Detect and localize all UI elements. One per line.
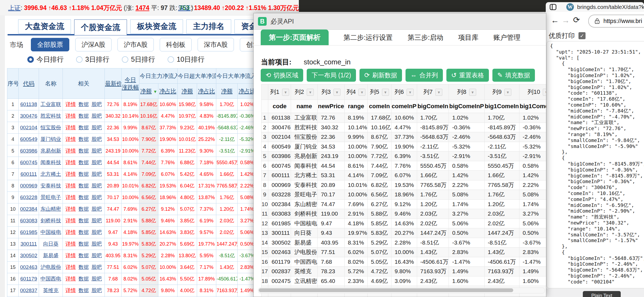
refresh-icon[interactable]: ⟳ [573, 15, 580, 25]
stock-code-link[interactable]: 300476 [20, 113, 37, 119]
stock-name-link[interactable]: 兆易创新 [41, 148, 61, 154]
related-link-数据[interactable]: 数据 [79, 218, 89, 223]
related-link-详情[interactable]: 详情 [66, 194, 76, 200]
related-link-股吧[interactable]: 股吧 [91, 171, 102, 177]
stock-code-link[interactable]: 601985 [20, 229, 37, 235]
stock-name-link[interactable]: 沪电股份 [41, 264, 61, 270]
api-col-5[interactable]: 列5▼ [368, 84, 391, 100]
action-button-切换区域[interactable]: ⟲切换区域 [261, 69, 303, 82]
related-link-详情[interactable]: 详情 [66, 125, 76, 130]
related-link-数据[interactable]: 数据 [79, 288, 89, 293]
related-link-股吧[interactable]: 股吧 [91, 183, 102, 189]
biling-titlebar[interactable]: B 必灵API [254, 13, 546, 30]
related-link-数据[interactable]: 数据 [79, 229, 89, 235]
market-button-沪市A股[interactable]: 沪市A股 [117, 38, 154, 51]
related-link-详情[interactable]: 详情 [66, 183, 76, 189]
stock-name-link[interactable]: 中国核电 [41, 229, 61, 235]
action-button-合并列[interactable]: ⇔合并列 [406, 69, 443, 82]
horizontal-scrollbar[interactable] [258, 288, 545, 293]
stock-name-link[interactable]: 胜宏科技 [41, 113, 61, 119]
stock-code-link[interactable]: 002837 [20, 288, 37, 293]
stock-name-link[interactable]: 闻泰科技 [41, 160, 61, 165]
stock-name-link[interactable]: 安泰科技 [41, 183, 61, 189]
stock-name-link[interactable]: 新易盛 [43, 253, 58, 258]
filter-icon[interactable]: ▼ [435, 89, 442, 96]
market-button-沪深A股[interactable]: 沪深A股 [75, 38, 112, 51]
subcol-pct[interactable]: 净占比 [197, 84, 216, 99]
pretty-print-checkbox[interactable]: ✓ [578, 32, 586, 39]
subcol-pct[interactable]: 净占比 [158, 84, 178, 99]
api-col-8[interactable]: 列8▼ [449, 84, 484, 100]
api-col-7[interactable]: 列7▼ [417, 84, 449, 100]
up-count-link[interactable]: 1474 [135, 4, 149, 11]
related-link-股吧[interactable]: 股吧 [91, 264, 102, 270]
nav-tab-个股资金流[interactable]: 个股资金流 [74, 19, 127, 35]
filter-icon[interactable]: ▼ [307, 89, 314, 96]
related-link-股吧[interactable]: 股吧 [91, 288, 102, 293]
stock-code-link[interactable]: 601179 [20, 276, 37, 282]
biling-tab-5[interactable]: 账户管理 [493, 29, 521, 45]
biling-tab-2[interactable]: 第二步:运行设置 [344, 29, 393, 45]
back-icon[interactable]: ← [551, 16, 559, 25]
related-link-详情[interactable]: 详情 [66, 160, 76, 165]
tab-layout-icon[interactable] [550, 4, 557, 11]
stock-name-link[interactable]: 厦门钨业 [41, 136, 61, 142]
action-button-下一布局 (1/2)[interactable]: 下一布局 (1/2) [307, 69, 356, 82]
nav-tab-板块资金流[interactable]: 板块资金流 [130, 19, 183, 34]
stock-name-link[interactable]: 剑桥科技 [41, 218, 61, 223]
related-link-股吧[interactable]: 股吧 [91, 101, 102, 107]
filter-icon[interactable]: ▼ [334, 89, 341, 96]
api-col-9[interactable]: 列9▼ [484, 84, 519, 100]
related-link-数据[interactable]: 数据 [79, 171, 89, 177]
related-link-数据[interactable]: 数据 [79, 206, 89, 212]
related-link-股吧[interactable]: 股吧 [91, 113, 102, 119]
related-link-股吧[interactable]: 股吧 [91, 253, 102, 258]
stock-name-link[interactable]: 向日葵 [43, 241, 58, 247]
filter-icon[interactable]: ▼ [358, 89, 365, 96]
api-col-2[interactable]: 列2▼ [291, 84, 318, 100]
api-col-1[interactable]: 列1▼ [268, 84, 291, 100]
related-link-详情[interactable]: 详情 [66, 218, 76, 223]
related-link-详情[interactable]: 详情 [66, 148, 76, 154]
stock-name-link[interactable]: 东山精密 [41, 206, 61, 212]
related-link-数据[interactable]: 数据 [79, 125, 89, 130]
related-link-数据[interactable]: 数据 [79, 241, 89, 247]
radio-icon[interactable] [27, 56, 34, 63]
action-button-重置表格[interactable]: ↺重置表格 [446, 69, 489, 82]
related-link-数据[interactable]: 数据 [79, 183, 89, 189]
nav-tab-大盘资金流[interactable]: 大盘资金流 [18, 19, 71, 34]
period-option-5日排行[interactable]: 5日排行 [122, 55, 155, 64]
stock-name-link[interactable]: 恒宝股份 [41, 125, 61, 130]
related-link-详情[interactable]: 详情 [66, 229, 76, 235]
market-button-全部股票[interactable]: 全部股票 [31, 38, 69, 51]
index-link[interactable]: 上证 [8, 4, 21, 11]
radio-icon[interactable] [76, 56, 83, 63]
related-link-数据[interactable]: 数据 [79, 194, 89, 200]
related-link-详情[interactable]: 详情 [66, 206, 76, 212]
stock-name-link[interactable]: 中国西电 [41, 276, 61, 282]
address-bar[interactable]: https://www.bri [588, 15, 644, 28]
filter-icon[interactable]: ▼ [504, 89, 511, 96]
url-text[interactable]: https://www.bri [603, 18, 642, 25]
period-option-3日排行[interactable]: 3日排行 [76, 55, 109, 64]
related-link-股吧[interactable]: 股吧 [91, 206, 102, 212]
stock-code-link[interactable]: 300111 [21, 241, 37, 247]
stock-code-link[interactable]: 002104 [20, 125, 37, 130]
stock-name-link[interactable]: 英维克 [43, 288, 58, 293]
related-link-股吧[interactable]: 股吧 [91, 241, 102, 247]
col-change-sort[interactable]: 今日涨跌幅 [122, 68, 139, 99]
stock-code-link[interactable]: 000969 [20, 183, 37, 189]
related-link-数据[interactable]: 数据 [79, 253, 89, 258]
related-link-数据[interactable]: 数据 [79, 276, 89, 282]
biling-tab-1[interactable]: 第一步:页面解析 [261, 29, 329, 45]
stock-code-link[interactable]: 600745 [20, 160, 37, 165]
subcol-net[interactable]: 净额 ▼ [139, 84, 158, 99]
biling-tab-4[interactable]: 项目库 [458, 29, 479, 45]
forward-icon[interactable]: → [562, 16, 570, 25]
related-link-股吧[interactable]: 股吧 [91, 194, 102, 200]
stock-code-link[interactable]: 002384 [20, 206, 37, 212]
related-link-详情[interactable]: 详情 [66, 288, 76, 293]
related-link-数据[interactable]: 数据 [79, 148, 89, 154]
related-link-股吧[interactable]: 股吧 [91, 218, 102, 223]
nav-tab-主力排名[interactable]: 主力排名 [186, 19, 231, 34]
